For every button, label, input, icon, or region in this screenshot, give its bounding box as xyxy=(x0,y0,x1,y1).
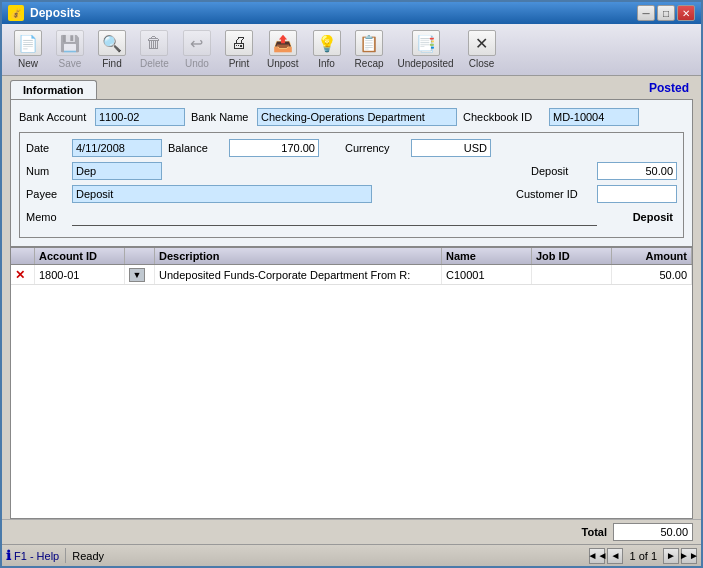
balance-input[interactable] xyxy=(229,139,319,157)
new-button[interactable]: 📄 New xyxy=(10,28,46,71)
currency-input[interactable] xyxy=(411,139,491,157)
row-name[interactable]: C10001 xyxy=(442,265,532,284)
nav-last-button[interactable]: ►► xyxy=(681,548,697,564)
info-icon: 💡 xyxy=(313,30,341,56)
deposit-type-label: Deposit xyxy=(607,211,677,223)
grid-body: ✕ 1800-01 ▼ Undeposited Funds-Corporate … xyxy=(11,265,692,518)
help-label: F1 - Help xyxy=(14,550,59,562)
row-delete-btn[interactable]: ✕ xyxy=(11,265,35,284)
grid-header: Account ID Description Name Job ID Amoun… xyxy=(11,248,692,265)
new-label: New xyxy=(18,58,38,69)
payee-row: Payee Customer ID xyxy=(26,185,677,203)
print-icon: 🖨 xyxy=(225,30,253,56)
close-icon: ✕ xyxy=(468,30,496,56)
posted-status: Posted xyxy=(649,81,693,99)
window-controls: ─ □ ✕ xyxy=(637,5,695,21)
bottom-area: Total xyxy=(2,519,701,544)
row-amount[interactable]: 50.00 xyxy=(612,265,692,284)
row-dropdown-btn[interactable]: ▼ xyxy=(125,265,155,284)
close-window-button[interactable]: ✕ xyxy=(677,5,695,21)
checkbook-id-input[interactable] xyxy=(549,108,639,126)
date-balance-row: Date Balance Currency xyxy=(26,139,677,157)
title-bar: 💰 Deposits ─ □ ✕ xyxy=(2,2,701,24)
undo-button[interactable]: ↩ Undo xyxy=(179,28,215,71)
undeposited-label: Undeposited xyxy=(398,58,454,69)
memo-row: Memo Deposit xyxy=(26,208,677,226)
undeposited-button[interactable]: 📑 Undeposited xyxy=(394,28,458,71)
date-label: Date xyxy=(26,142,66,154)
app-icon: 💰 xyxy=(8,5,24,21)
bank-account-label: Bank Account xyxy=(19,111,89,123)
bank-name-label: Bank Name xyxy=(191,111,251,123)
col-description: Description xyxy=(155,248,442,264)
dropdown-icon[interactable]: ▼ xyxy=(129,268,145,282)
toolbar: 📄 New 💾 Save 🔍 Find 🗑 Delete ↩ Undo 🖨 Pr… xyxy=(2,24,701,76)
deposit-input[interactable] xyxy=(597,162,677,180)
col-delete xyxy=(11,248,35,264)
new-icon: 📄 xyxy=(14,30,42,56)
date-input[interactable] xyxy=(72,139,162,157)
num-label: Num xyxy=(26,165,66,177)
bank-account-input[interactable] xyxy=(95,108,185,126)
delete-icon: 🗑 xyxy=(140,30,168,56)
help-icon: ℹ xyxy=(6,548,11,563)
nav-first-button[interactable]: ◄◄ xyxy=(589,548,605,564)
title-bar-left: 💰 Deposits xyxy=(8,5,81,21)
currency-label: Currency xyxy=(345,142,405,154)
undo-icon: ↩ xyxy=(183,30,211,56)
tab-information-label: Information xyxy=(23,84,84,96)
find-label: Find xyxy=(102,58,121,69)
total-label: Total xyxy=(582,526,607,538)
payee-label: Payee xyxy=(26,188,66,200)
save-button[interactable]: 💾 Save xyxy=(52,28,88,71)
help-button[interactable]: ℹ F1 - Help xyxy=(6,548,66,563)
num-input[interactable] xyxy=(72,162,162,180)
form-area: Bank Account Bank Name Checkbook ID Date… xyxy=(10,99,693,247)
page-current: 1 of 1 xyxy=(625,550,661,562)
delete-row-icon[interactable]: ✕ xyxy=(15,268,25,282)
row-account-id[interactable]: 1800-01 xyxy=(35,265,125,284)
unpost-button[interactable]: 📤 Unpost xyxy=(263,28,303,71)
row-description[interactable]: Undeposited Funds-Corporate Department F… xyxy=(155,265,442,284)
grid-container: Account ID Description Name Job ID Amoun… xyxy=(10,247,693,519)
print-button[interactable]: 🖨 Print xyxy=(221,28,257,71)
status-bar: ℹ F1 - Help Ready ◄◄ ◄ 1 of 1 ► ►► xyxy=(2,544,701,566)
delete-button[interactable]: 🗑 Delete xyxy=(136,28,173,71)
status-text: Ready xyxy=(72,550,585,562)
main-window: 💰 Deposits ─ □ ✕ 📄 New 💾 Save 🔍 Find 🗑 D… xyxy=(0,0,703,568)
tab-area: Information Posted xyxy=(2,76,701,99)
col-dropdown xyxy=(125,248,155,264)
bank-name-input[interactable] xyxy=(257,108,457,126)
total-value xyxy=(613,523,693,541)
recap-icon: 📋 xyxy=(355,30,383,56)
col-account-id: Account ID xyxy=(35,248,125,264)
info-button[interactable]: 💡 Info xyxy=(309,28,345,71)
window-title: Deposits xyxy=(30,6,81,20)
row-job-id[interactable] xyxy=(532,265,612,284)
nav-prev-button[interactable]: ◄ xyxy=(607,548,623,564)
close-button[interactable]: ✕ Close xyxy=(464,28,500,71)
payee-input[interactable] xyxy=(72,185,372,203)
tab-information[interactable]: Information xyxy=(10,80,97,99)
find-button[interactable]: 🔍 Find xyxy=(94,28,130,71)
find-icon: 🔍 xyxy=(98,30,126,56)
maximize-button[interactable]: □ xyxy=(657,5,675,21)
recap-label: Recap xyxy=(355,58,384,69)
table-row: ✕ 1800-01 ▼ Undeposited Funds-Corporate … xyxy=(11,265,692,285)
recap-button[interactable]: 📋 Recap xyxy=(351,28,388,71)
nav-controls: ◄◄ ◄ 1 of 1 ► ►► xyxy=(589,548,697,564)
unpost-icon: 📤 xyxy=(269,30,297,56)
col-amount: Amount xyxy=(612,248,692,264)
tab-strip: Information xyxy=(10,80,97,99)
undeposited-icon: 📑 xyxy=(412,30,440,56)
col-name: Name xyxy=(442,248,532,264)
customer-id-input[interactable] xyxy=(597,185,677,203)
unpost-label: Unpost xyxy=(267,58,299,69)
deposit-label: Deposit xyxy=(531,165,591,177)
minimize-button[interactable]: ─ xyxy=(637,5,655,21)
undo-label: Undo xyxy=(185,58,209,69)
nav-next-button[interactable]: ► xyxy=(663,548,679,564)
save-icon: 💾 xyxy=(56,30,84,56)
checkbook-id-label: Checkbook ID xyxy=(463,111,543,123)
save-label: Save xyxy=(59,58,82,69)
